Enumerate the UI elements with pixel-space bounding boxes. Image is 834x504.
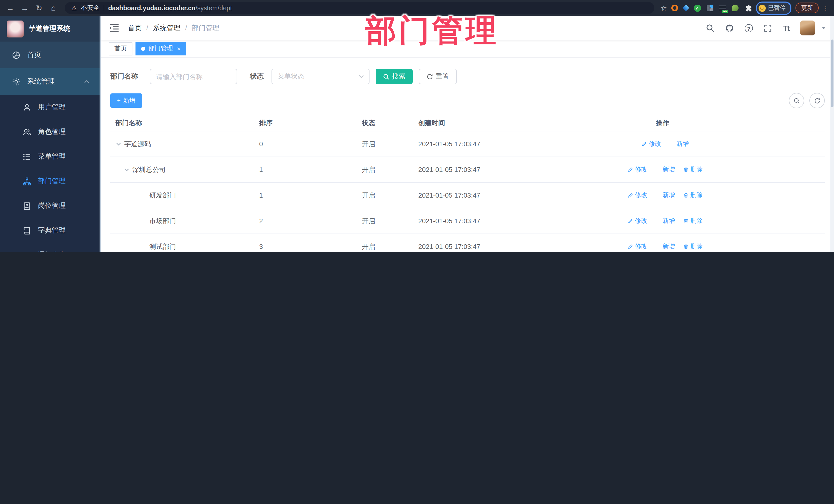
col-created: 创建时间	[413, 118, 500, 128]
dept-name: 市场部门	[149, 216, 176, 225]
add-row-button[interactable]: 新增	[669, 139, 689, 148]
sidebar-item-系统管理[interactable]: 系统管理	[0, 68, 100, 95]
dept-name-cell: 芋道源码	[110, 139, 254, 149]
profile-chip-label: 已暂停	[768, 4, 786, 12]
security-warning-icon[interactable]: ⚠	[71, 4, 77, 12]
refresh-table-button[interactable]	[809, 93, 825, 108]
url-text: dashboard.yudao.iocoder.cn/system/dept	[108, 4, 232, 12]
edit-row-button[interactable]: 修改	[641, 139, 661, 148]
search-button[interactable]: 搜索	[376, 69, 413, 84]
fullscreen-icon[interactable]	[764, 24, 772, 32]
breadcrumb-system[interactable]: 系统管理	[153, 23, 181, 32]
filter-form: 部门名称 状态 菜单状态 搜索	[110, 69, 825, 84]
extension-orange-icon[interactable]	[671, 5, 678, 11]
help-icon[interactable]: ?	[745, 24, 753, 32]
delete-icon	[683, 167, 689, 172]
sidebar-item-岗位管理[interactable]: 岗位管理	[0, 194, 100, 218]
extension-pin-icon[interactable]	[682, 5, 689, 11]
sidebar-item-用户管理[interactable]: 用户管理	[0, 95, 100, 119]
avatar[interactable]	[800, 21, 815, 36]
sidebar-item-label: 角色管理	[38, 127, 66, 136]
status-select[interactable]: 菜单状态	[271, 69, 370, 84]
table-body: 芋道源码0开启2021-01-05 17:03:47修改新增深圳总公司1开启20…	[110, 131, 825, 252]
sidebar: 芋道管理系统 首页系统管理用户管理角色管理菜单管理部门管理岗位管理字典管理通知公…	[0, 16, 101, 252]
add-icon	[655, 167, 661, 172]
page-scrollbar[interactable]	[830, 16, 834, 252]
dept-name: 测试部门	[149, 242, 176, 251]
dept-name: 深圳总公司	[132, 165, 166, 174]
sidebar-item-label: 岗位管理	[38, 201, 66, 211]
edit-row-button[interactable]: 修改	[628, 217, 647, 225]
extension-grid-icon[interactable]	[706, 5, 713, 11]
sidebar-item-菜单管理[interactable]: 菜单管理	[0, 144, 100, 169]
divider	[104, 5, 104, 11]
github-icon[interactable]	[725, 24, 734, 32]
edit-icon	[641, 141, 647, 147]
address-bar[interactable]: ⚠ 不安全 dashboard.yudao.iocoder.cn/system/…	[65, 2, 654, 14]
sidebar-item-label: 字典管理	[38, 226, 66, 235]
status-cell: 开启	[357, 191, 413, 200]
breadcrumb-current: 部门管理	[192, 23, 219, 32]
created-cell: 2021-01-05 17:03:47	[413, 140, 500, 148]
reset-button[interactable]: 重置	[419, 69, 457, 84]
tab-close-icon[interactable]: ×	[177, 45, 181, 52]
breadcrumb-home[interactable]: 首页	[128, 23, 142, 32]
table-toolbar: +新增	[110, 93, 825, 108]
add-row-button[interactable]: 新增	[655, 242, 675, 251]
status-cell: 开启	[357, 139, 413, 149]
browser-back-icon[interactable]: ←	[5, 0, 15, 16]
sidebar-item-角色管理[interactable]: 角色管理	[0, 119, 100, 144]
users-icon	[23, 128, 31, 136]
gear-icon	[12, 77, 21, 86]
delete-row-button[interactable]: 删除	[683, 217, 703, 225]
actions-cell: 修改新增	[500, 139, 825, 148]
dict-book-icon	[23, 226, 31, 235]
actions-cell: 修改新增删除	[500, 217, 825, 225]
sidebar-item-通知公告[interactable]: 通知公告	[0, 243, 100, 252]
delete-row-button[interactable]: 删除	[683, 191, 703, 200]
add-row-button[interactable]: 新增	[655, 191, 675, 200]
tab-home[interactable]: 首页	[109, 42, 132, 55]
edit-row-button[interactable]: 修改	[628, 191, 647, 200]
browser-reload-icon[interactable]: ↻	[34, 0, 44, 16]
collapse-menu-icon[interactable]	[109, 24, 119, 32]
browser-update-button[interactable]: 更新	[795, 3, 819, 13]
extensions-puzzle-icon[interactable]	[744, 4, 752, 12]
created-cell: 2021-01-05 17:03:47	[413, 192, 500, 199]
tab-dept[interactable]: 部门管理 ×	[135, 42, 186, 55]
sidebar-item-label: 部门管理	[38, 177, 66, 186]
scrollbar-thumb[interactable]	[831, 40, 833, 107]
font-size-icon[interactable]: Tt	[783, 24, 789, 32]
browser-profile-chip[interactable]: ☺ 已暂停	[756, 1, 791, 15]
extension-leaf-icon[interactable]	[731, 5, 738, 11]
expand-arrow-icon	[124, 167, 130, 173]
add-row-button[interactable]: 新增	[655, 217, 675, 225]
col-dept-name: 部门名称	[110, 118, 254, 128]
screen: ← → ↻ ⌂ ⚠ 不安全 dashboard.yudao.iocoder.cn…	[0, 0, 834, 252]
edit-row-button[interactable]: 修改	[628, 165, 647, 174]
chevron-down-icon	[358, 73, 365, 80]
sidebar-header[interactable]: 芋道管理系统	[0, 16, 101, 42]
sidebar-item-字典管理[interactable]: 字典管理	[0, 218, 100, 243]
caret-down-icon[interactable]	[822, 27, 826, 29]
status-cell: 开启	[357, 242, 413, 251]
add-button[interactable]: +新增	[110, 93, 142, 108]
extension-icons: ✓ on	[671, 4, 752, 12]
dept-name-cell: 研发部门	[110, 191, 254, 200]
edit-row-button[interactable]: 修改	[628, 242, 647, 251]
extension-check-icon[interactable]: ✓	[694, 4, 701, 12]
delete-row-button[interactable]: 删除	[683, 165, 703, 174]
table-row: 深圳总公司1开启2021-01-05 17:03:47修改新增删除	[110, 157, 825, 183]
search-icon[interactable]	[706, 24, 715, 32]
toggle-search-button[interactable]	[789, 93, 804, 108]
sidebar-item-首页[interactable]: 首页	[0, 42, 100, 68]
browser-home-icon[interactable]: ⌂	[48, 0, 59, 16]
add-row-button[interactable]: 新增	[655, 165, 675, 174]
extension-on-badge-icon[interactable]: on	[719, 5, 726, 11]
dept-name-input[interactable]	[150, 69, 237, 84]
browser-menu-dots-icon[interactable]: ⋮	[823, 5, 829, 10]
browser-forward-icon[interactable]: →	[20, 0, 30, 16]
delete-row-button[interactable]: 删除	[683, 242, 703, 251]
bookmark-star-icon[interactable]: ☆	[660, 4, 667, 12]
sidebar-item-部门管理[interactable]: 部门管理	[0, 169, 100, 194]
